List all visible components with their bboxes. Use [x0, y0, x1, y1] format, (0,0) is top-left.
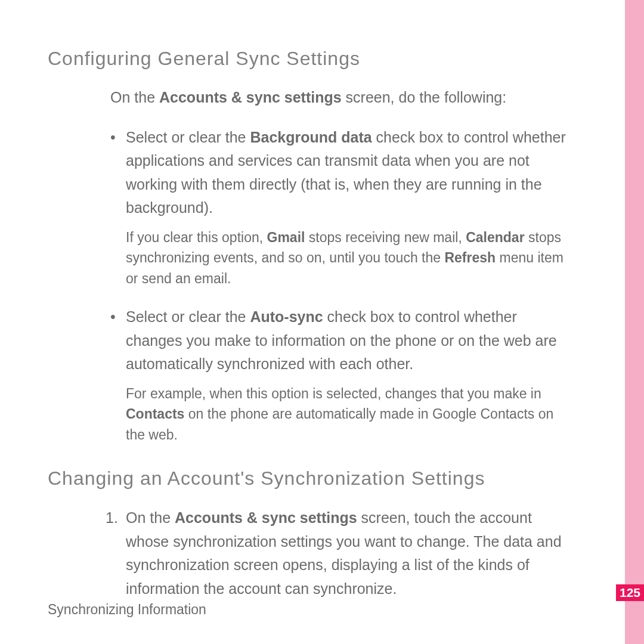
- bullet-background-data: Select or clear the Background data chec…: [110, 126, 566, 220]
- page-number-badge: 125: [616, 584, 644, 601]
- note2-p1: For example, when this option is selecte…: [126, 386, 541, 401]
- note1-b3: Refresh: [444, 250, 496, 265]
- numbered-item-1: 1. On the Accounts & sync settings scree…: [110, 506, 566, 600]
- item1-number: 1.: [106, 506, 118, 530]
- bullet2-b1: Auto-sync: [250, 308, 323, 325]
- bullet1-b1: Background data: [250, 129, 371, 145]
- note1-b2: Calendar: [466, 230, 524, 245]
- bullet1-p1: Select or clear the: [126, 129, 250, 145]
- footer-label: Synchronizing Information: [48, 602, 206, 618]
- item1-b1: Accounts & sync settings: [175, 509, 357, 526]
- item1-p1: On the: [126, 509, 175, 526]
- intro-text-suffix: screen, do the following:: [342, 89, 507, 106]
- intro-bold: Accounts & sync settings: [159, 89, 342, 106]
- bullet2-p1: Select or clear the: [126, 308, 250, 325]
- intro-paragraph: On the Accounts & sync settings screen, …: [110, 86, 566, 109]
- section-heading-configuring: Configuring General Sync Settings: [48, 48, 566, 70]
- intro-text-prefix: On the: [110, 89, 159, 106]
- side-accent-bar: [625, 0, 644, 644]
- note1-b1: Gmail: [267, 230, 305, 245]
- note-gmail-calendar: If you clear this option, Gmail stops re…: [126, 227, 566, 289]
- section-changing-account: Changing an Account's Synchronization Se…: [48, 467, 566, 600]
- page-content: Configuring General Sync Settings On the…: [0, 0, 602, 637]
- note2-b1: Contacts: [126, 406, 184, 422]
- note1-p1: If you clear this option,: [126, 230, 267, 245]
- bullet-auto-sync: Select or clear the Auto-sync check box …: [110, 305, 566, 376]
- note2-p2: on the phone are automatically made in G…: [126, 406, 553, 442]
- note1-p2: stops receiving new mail,: [305, 230, 466, 245]
- section-heading-changing: Changing an Account's Synchronization Se…: [48, 467, 566, 490]
- note-contacts: For example, when this option is selecte…: [126, 383, 566, 445]
